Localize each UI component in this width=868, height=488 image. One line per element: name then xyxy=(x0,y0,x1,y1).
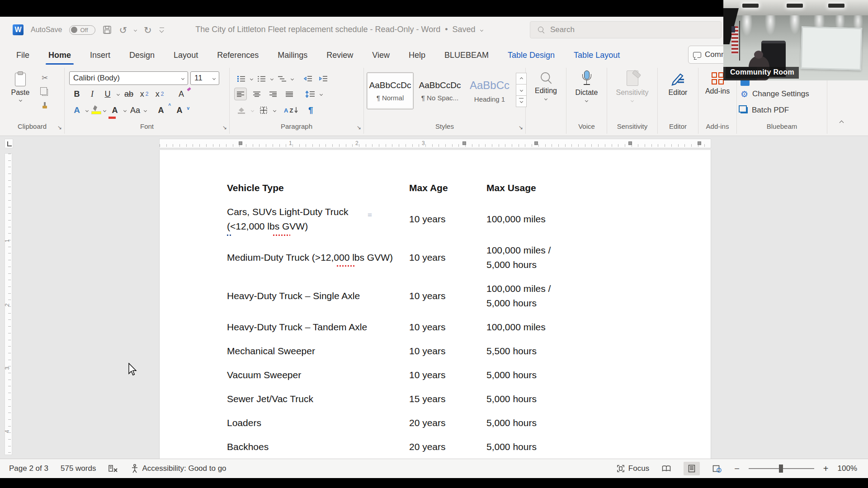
document-page[interactable]: Vehicle Type Max Age Max Usage Cars, SUV… xyxy=(159,150,711,459)
cell-usage[interactable]: 100,000 miles / 5,000 hours xyxy=(486,282,589,310)
zoom-in-button[interactable]: + xyxy=(823,464,829,474)
clipboard-dialog-launcher[interactable]: ↘ xyxy=(57,125,62,130)
align-left-button[interactable] xyxy=(234,88,247,100)
fleet-schedule-table[interactable]: Vehicle Type Max Age Max Usage Cars, SUV… xyxy=(227,181,589,464)
table-column-marker[interactable] xyxy=(462,141,466,145)
word-count[interactable]: 575 words xyxy=(61,464,96,473)
table-header-row[interactable]: Vehicle Type Max Age Max Usage xyxy=(227,181,589,195)
styles-scroll-down[interactable] xyxy=(516,84,527,96)
cell-age[interactable]: 20 years xyxy=(409,440,486,454)
strikethrough-button[interactable]: ab xyxy=(123,88,135,100)
tab-file[interactable]: File xyxy=(15,48,30,63)
cell-usage[interactable]: 5,000 hours xyxy=(486,368,589,382)
cell-vehicle[interactable]: Medium-Duty Truck (>12,000 lbs GVW) xyxy=(227,250,409,265)
cell-age[interactable]: 15 years xyxy=(409,392,486,406)
align-right-button[interactable] xyxy=(267,88,279,100)
autosave-toggle[interactable]: Off xyxy=(69,25,95,35)
cell-vehicle[interactable]: Cars, SUVs Light-Duty Truck (<12,000 lbs… xyxy=(227,205,409,234)
text-effects-button[interactable]: A xyxy=(71,104,83,117)
show-formatting-marks-button[interactable]: ¶ xyxy=(304,104,317,117)
print-layout-button[interactable] xyxy=(684,462,700,475)
cell-vehicle[interactable]: Heavy-Duty Truck – Single Axle xyxy=(227,289,409,303)
word-app-icon[interactable]: W xyxy=(13,24,24,35)
tab-mailings[interactable]: Mailings xyxy=(277,48,308,63)
line-spacing-button[interactable] xyxy=(304,88,316,100)
tab-help[interactable]: Help xyxy=(408,48,426,63)
cell-usage[interactable]: 100,000 miles xyxy=(486,212,589,226)
focus-mode-button[interactable]: Focus xyxy=(617,464,649,473)
table-column-marker[interactable] xyxy=(698,141,701,145)
search-box[interactable]: Search xyxy=(530,21,722,38)
style-normal[interactable]: AaBbCcDc ¶ Normal xyxy=(367,72,414,109)
style-no-spacing[interactable]: AaBbCcDc ¶ No Spac... xyxy=(416,72,463,109)
undo-dropdown-chevron[interactable] xyxy=(134,28,137,31)
web-layout-button[interactable] xyxy=(709,462,725,475)
cell-vehicle[interactable]: Vacuum Sweeper xyxy=(227,368,409,382)
paste-button[interactable]: Paste xyxy=(6,71,34,121)
copy-icon[interactable] xyxy=(42,89,48,96)
undo-icon[interactable]: ↺ xyxy=(119,25,127,35)
cell-usage[interactable]: 5,000 hours xyxy=(486,440,589,454)
italic-button[interactable]: I xyxy=(86,88,98,100)
editor-button[interactable]: Editor xyxy=(658,70,698,97)
numbered-list-chevron[interactable] xyxy=(270,77,274,80)
read-mode-button[interactable] xyxy=(658,462,675,475)
increase-indent-button[interactable] xyxy=(317,72,330,85)
save-status[interactable]: Saved xyxy=(453,25,476,34)
paste-chevron[interactable] xyxy=(19,99,22,102)
change-case-button[interactable]: Aa xyxy=(129,104,141,117)
cell-age[interactable]: 10 years xyxy=(409,212,486,226)
justify-button[interactable] xyxy=(283,88,296,100)
cell-age[interactable]: 20 years xyxy=(409,416,486,430)
redo-icon[interactable]: ↻ xyxy=(144,25,152,35)
tab-table-layout[interactable]: Table Layout xyxy=(573,48,621,63)
col-header-max-usage[interactable]: Max Usage xyxy=(486,181,589,195)
bullet-list-chevron[interactable] xyxy=(250,77,253,80)
cell-vehicle[interactable]: Backhoes xyxy=(227,440,409,454)
cell-age[interactable]: 10 years xyxy=(409,289,486,303)
tab-insert[interactable]: Insert xyxy=(89,48,111,63)
col-header-max-age[interactable]: Max Age xyxy=(409,181,486,195)
format-painter-icon[interactable] xyxy=(42,102,48,109)
cut-icon[interactable]: ✂ xyxy=(42,73,48,83)
text-effects-chevron[interactable] xyxy=(85,108,89,112)
decrease-indent-button[interactable] xyxy=(302,72,314,85)
table-row[interactable]: Cars, SUVs Light-Duty Truck (<12,000 lbs… xyxy=(227,205,589,234)
shading-chevron[interactable] xyxy=(251,108,254,112)
clear-formatting-button[interactable]: A xyxy=(175,88,187,100)
accessibility-status[interactable]: Accessibility: Good to go xyxy=(131,464,226,473)
zoom-slider-thumb[interactable] xyxy=(779,465,783,473)
table-row[interactable]: Backhoes 20 years 5,000 hours xyxy=(227,440,589,454)
table-column-marker[interactable] xyxy=(628,141,632,145)
highlight-chevron[interactable] xyxy=(103,108,106,112)
cell-usage[interactable]: 5,500 hours xyxy=(486,344,589,358)
multilevel-list-chevron[interactable] xyxy=(291,77,294,80)
borders-button[interactable] xyxy=(257,104,270,117)
dictate-button[interactable]: Dictate xyxy=(566,70,607,102)
cell-usage[interactable]: 100,000 miles / 5,000 hours xyxy=(486,243,589,272)
zoom-level[interactable]: 100% xyxy=(838,464,857,473)
table-row[interactable]: Loaders 20 years 5,000 hours xyxy=(227,416,589,430)
cell-usage[interactable]: 100,000 miles xyxy=(486,320,589,334)
vertical-ruler[interactable]: 1 2 3 4 xyxy=(5,153,12,455)
bold-button[interactable]: B xyxy=(71,88,83,100)
subscript-button[interactable]: x2 xyxy=(138,88,150,100)
table-row[interactable]: Mechanical Sweeper 10 years 5,500 hours xyxy=(227,344,589,358)
shading-button[interactable] xyxy=(235,104,248,117)
cell-vehicle[interactable]: Loaders xyxy=(227,416,409,430)
multilevel-list-button[interactable] xyxy=(276,72,288,85)
table-column-marker[interactable] xyxy=(239,141,242,145)
tab-stop-selector[interactable] xyxy=(5,139,13,148)
superscript-button[interactable]: x2 xyxy=(154,88,165,100)
save-icon[interactable] xyxy=(103,25,112,34)
tab-table-design[interactable]: Table Design xyxy=(507,48,556,63)
style-heading1[interactable]: AaBbCc Heading 1 xyxy=(466,72,513,109)
bluebeam-change-settings-button[interactable]: ⚙ Change Settings xyxy=(741,89,809,99)
table-row[interactable]: Heavy-Duty Truck – Single Axle 10 years … xyxy=(227,282,589,310)
styles-gallery-more[interactable] xyxy=(516,95,527,107)
horizontal-ruler[interactable]: 1 2 3 xyxy=(159,139,711,148)
font-color-chevron[interactable] xyxy=(123,108,127,112)
underline-chevron[interactable] xyxy=(117,92,120,95)
tab-references[interactable]: References xyxy=(216,48,259,63)
col-header-vehicle-type[interactable]: Vehicle Type xyxy=(227,181,409,195)
